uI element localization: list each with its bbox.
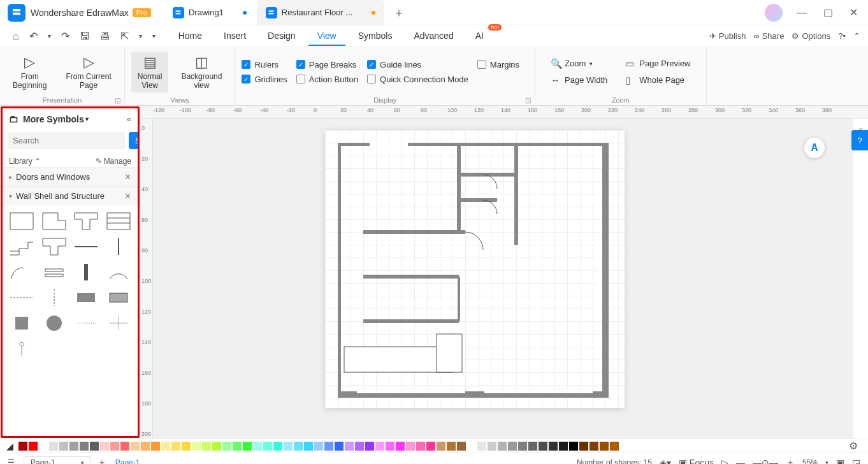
color-swatch[interactable] — [110, 442, 119, 451]
color-swatch[interactable] — [141, 442, 150, 451]
actionbutton-checkbox[interactable]: Action Button — [296, 75, 358, 84]
category-doors-windows[interactable]: ▸ Doors and Windows ✕ — [3, 167, 138, 186]
color-swatch[interactable] — [365, 442, 374, 451]
zoom-out-button[interactable]: — — [736, 458, 745, 465]
page-dropdown[interactable]: Page-1▾ — [24, 456, 91, 465]
page-width-button[interactable]: ↔Page Width — [551, 75, 607, 85]
shape-dash[interactable] — [9, 288, 34, 307]
color-swatch[interactable] — [90, 442, 99, 451]
layers-button[interactable]: ◈▾ — [660, 458, 671, 465]
color-swatch[interactable] — [161, 442, 170, 451]
color-swatch[interactable] — [69, 442, 78, 451]
color-swatch[interactable] — [243, 442, 252, 451]
color-swatch[interactable] — [39, 442, 48, 451]
color-swatch[interactable] — [202, 442, 211, 451]
menu-advanced[interactable]: Advanced — [405, 27, 462, 46]
menu-home[interactable]: Home — [170, 27, 211, 46]
color-settings-button[interactable]: ⚙ — [845, 440, 862, 452]
menu-symbols[interactable]: Symbols — [349, 27, 401, 46]
shape-rect-fill[interactable] — [73, 288, 99, 307]
color-swatch[interactable] — [182, 442, 191, 451]
color-swatch[interactable] — [131, 442, 140, 451]
margins-checkbox[interactable]: Margins — [477, 60, 519, 69]
category-wall-structure[interactable]: ▾ Wall Shell and Structure ✕ — [3, 186, 138, 205]
fit-page-button[interactable]: ▣ — [836, 458, 844, 465]
color-swatch[interactable] — [426, 442, 435, 451]
eyedropper-button[interactable]: ◢ — [6, 441, 13, 451]
color-swatch[interactable] — [212, 442, 221, 451]
add-page-button[interactable]: ＋ — [98, 457, 106, 465]
color-swatch[interactable] — [569, 442, 578, 451]
close-category-button[interactable]: ✕ — [124, 191, 131, 201]
focus-button[interactable]: ▣ Focus — [679, 458, 714, 465]
color-swatch[interactable] — [29, 442, 38, 451]
shape-dashv[interactable] — [41, 288, 67, 307]
color-swatch[interactable] — [192, 442, 201, 451]
color-swatch[interactable] — [498, 442, 507, 451]
shape-vwall[interactable] — [73, 263, 99, 282]
color-swatch[interactable] — [100, 442, 109, 451]
publish-button[interactable]: ✈Publish — [709, 31, 746, 41]
color-swatch[interactable] — [273, 442, 282, 451]
color-swatch[interactable] — [406, 442, 415, 451]
color-swatch[interactable] — [539, 442, 547, 451]
color-swatch[interactable] — [18, 442, 27, 451]
menu-insert[interactable]: Insert — [215, 27, 255, 46]
color-swatch[interactable] — [437, 442, 445, 451]
color-swatch[interactable] — [263, 442, 272, 451]
symbols-header[interactable]: 🗀 More Symbols▾ « — [3, 108, 138, 129]
menu-design[interactable]: Design — [259, 27, 305, 46]
collapse-ribbon-button[interactable]: ⌃ — [853, 31, 860, 41]
from-beginning-button[interactable]: ▷From Beginning — [6, 52, 53, 92]
shape-l-room[interactable] — [41, 212, 67, 231]
color-swatch[interactable] — [222, 442, 231, 451]
shape-room[interactable] — [9, 212, 34, 231]
assistant-badge[interactable]: A — [804, 138, 825, 158]
gridlines-checkbox[interactable]: ✓Gridlines — [242, 75, 287, 84]
color-swatch[interactable] — [294, 442, 303, 451]
shape-step[interactable] — [41, 263, 67, 282]
undo-button[interactable]: ↶ — [24, 27, 43, 45]
zoom-button[interactable]: 🔍Zoom▾ — [551, 58, 607, 69]
guidelines-checkbox[interactable]: ✓Guide lines — [367, 60, 468, 69]
color-swatch[interactable] — [80, 442, 89, 451]
play-button[interactable]: ▷ — [721, 458, 728, 465]
color-swatch[interactable] — [335, 442, 344, 451]
options-button[interactable]: ⚙Options — [792, 31, 830, 41]
color-swatch[interactable] — [416, 442, 425, 451]
new-tab-button[interactable]: ＋ — [386, 5, 412, 20]
color-swatch[interactable] — [151, 442, 160, 451]
search-button[interactable]: Search — [129, 132, 140, 149]
help-floating-button[interactable]: ? — [851, 130, 868, 150]
shape-rect-outline[interactable] — [106, 288, 131, 307]
whole-page-button[interactable]: ▯Whole Page — [625, 75, 690, 86]
collapse-panel-button[interactable]: « — [127, 114, 131, 124]
canvas[interactable]: A — [153, 119, 853, 439]
normal-view-button[interactable]: ▤Normal View — [131, 52, 169, 92]
zoom-slider[interactable]: —⊙— — [753, 458, 778, 465]
shape-dots[interactable] — [73, 314, 99, 333]
shape-node[interactable] — [9, 339, 34, 358]
color-swatch[interactable] — [120, 442, 129, 451]
active-page-tab[interactable]: Page-1 — [115, 458, 140, 465]
floorplan-drawing[interactable] — [338, 143, 612, 398]
shape-arc-left[interactable] — [9, 263, 34, 282]
from-current-button[interactable]: ▷From Current Page — [59, 52, 117, 92]
tab-drawing1[interactable]: 〓 Drawing1 — [164, 0, 256, 25]
maximize-button[interactable]: ▢ — [821, 4, 835, 21]
pagebreaks-checkbox[interactable]: ✓Page Breaks — [296, 60, 358, 69]
color-swatch[interactable] — [488, 442, 496, 451]
color-swatch[interactable] — [355, 442, 364, 451]
background-view-button[interactable]: ◫Background view — [175, 52, 228, 92]
color-swatch[interactable] — [345, 442, 354, 451]
color-swatch[interactable] — [467, 442, 476, 451]
shape-arc-right[interactable] — [106, 263, 131, 282]
color-swatch[interactable] — [579, 442, 588, 451]
home-button[interactable]: ⌂ — [8, 28, 24, 45]
search-input[interactable] — [8, 132, 125, 149]
color-swatch[interactable] — [386, 442, 394, 451]
color-swatch[interactable] — [477, 442, 486, 451]
menu-view[interactable]: View — [308, 27, 345, 46]
color-swatch[interactable] — [314, 442, 323, 451]
color-swatch[interactable] — [396, 442, 405, 451]
